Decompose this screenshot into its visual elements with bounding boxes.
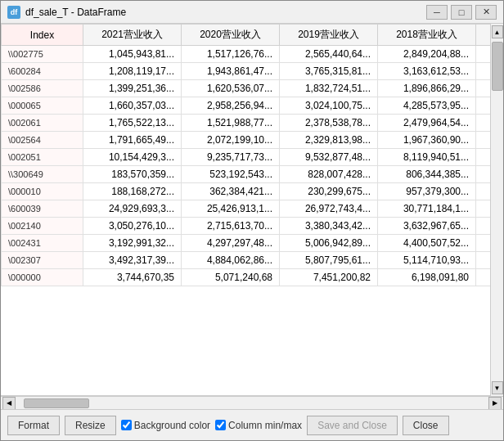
cell-r1-c2017: 2,537,6... [476, 63, 491, 80]
cell-r12-c2021: 3,492,317,39... [83, 252, 182, 269]
cell-r5-index: \002564 [2, 132, 83, 149]
cell-r3-c2018: 4,285,573,95... [378, 97, 476, 115]
minimize-button[interactable]: ─ [426, 5, 448, 20]
background-color-checkbox[interactable] [121, 420, 132, 430]
cell-r13-c2020: 5,071,240,68 [182, 269, 280, 286]
table-row: \\0027751,045,943,81...1,517,126,76...2,… [2, 46, 491, 63]
title-bar: df df_sale_T - DataFrame ─ □ ✕ [1, 1, 503, 24]
cell-r5-c2017: 1,195,1... [476, 132, 491, 149]
cell-r1-c2021: 1,208,119,17... [83, 63, 182, 80]
cell-r10-index: \002140 [2, 218, 83, 235]
cell-r8-c2018: 957,379,300... [378, 183, 476, 200]
table-row: \0020611,765,522,13...1,521,988,77...2,3… [2, 115, 491, 132]
table-row: \0000003,744,670,355,071,240,687,451,200… [2, 269, 491, 286]
cell-r8-c2020: 362,384,421... [182, 183, 280, 200]
scroll-thumb-vertical[interactable] [492, 42, 503, 91]
cell-r10-c2021: 3,050,276,10... [83, 218, 182, 235]
cell-r12-c2017: 6,526,4... [476, 252, 491, 269]
table-row: \\300649183,570,359...523,192,543...828,… [2, 166, 491, 183]
column-header-c2021: 2021营业收入 [83, 25, 182, 46]
bottom-bar: Format Resize Background color Column mi… [1, 409, 503, 440]
column-header-index: Index [2, 25, 83, 46]
cell-r1-c2019: 3,765,315,81... [280, 63, 378, 80]
scroll-thumb-horizontal[interactable] [24, 398, 89, 408]
cell-r6-c2021: 10,154,429,3... [83, 149, 182, 166]
cell-r6-c2020: 9,235,717,73... [182, 149, 280, 166]
cell-r3-c2017: 8,761,9... [476, 97, 491, 115]
cell-r11-c2020: 4,297,297,48... [182, 235, 280, 252]
cell-r0-c2019: 2,565,440,64... [280, 46, 378, 63]
cell-r6-c2017: 8,066,1... [476, 149, 491, 166]
window-title: df_sale_T - DataFrame [25, 7, 426, 18]
column-header-c2017: 2017营业... [476, 25, 491, 46]
column-min-max-checkbox-group[interactable]: Column min/max [215, 420, 302, 431]
cell-r7-c2017: 748,523... [476, 166, 491, 183]
cell-r12-c2018: 5,114,710,93... [378, 252, 476, 269]
close-button[interactable]: Close [403, 416, 449, 435]
column-min-max-label: Column min/max [228, 420, 302, 431]
cell-r3-c2021: 1,660,357,03... [83, 97, 182, 115]
cell-r13-c2017: 6,113,0... [476, 269, 491, 286]
format-button[interactable]: Format [7, 416, 60, 435]
scroll-right-arrow[interactable]: ▶ [488, 397, 502, 410]
cell-r8-c2021: 188,168,272... [83, 183, 182, 200]
window-controls: ─ □ ✕ [426, 5, 497, 20]
table-row: \0025861,399,251,36...1,620,536,07...1,8… [2, 80, 491, 97]
cell-r8-index: \000010 [2, 183, 83, 200]
cell-r10-c2020: 2,715,613,70... [182, 218, 280, 235]
table-row: \00205110,154,429,3...9,235,717,73...9,5… [2, 149, 491, 166]
cell-r7-index: \\300649 [2, 166, 83, 183]
column-header-c2018: 2018营业收入 [378, 25, 476, 46]
cell-r0-c2021: 1,045,943,81... [83, 46, 182, 63]
cell-r1-c2020: 1,943,861,47... [182, 63, 280, 80]
main-window: df df_sale_T - DataFrame ─ □ ✕ Index2021… [0, 0, 504, 441]
window-close-button[interactable]: ✕ [475, 5, 497, 20]
table-row: \0021403,050,276,10...2,715,613,70...3,3… [2, 218, 491, 235]
table-container[interactable]: Index2021营业收入2020营业收入2019营业收入2018营业收入201… [1, 24, 490, 396]
cell-r4-c2019: 2,378,538,78... [280, 115, 378, 132]
cell-r3-index: \000065 [2, 97, 83, 115]
cell-r5-c2021: 1,791,665,49... [83, 132, 182, 149]
cell-r3-c2020: 2,958,256,94... [182, 97, 280, 115]
save-and-close-button[interactable]: Save and Close [307, 416, 398, 435]
horizontal-scrollbar[interactable]: ◀ ▶ [1, 396, 503, 409]
cell-r0-c2018: 2,849,204,88... [378, 46, 476, 63]
cell-r7-c2020: 523,192,543... [182, 166, 280, 183]
cell-r12-c2020: 4,884,062,86... [182, 252, 280, 269]
cell-r11-c2021: 3,192,991,32... [83, 235, 182, 252]
cell-r13-c2018: 6,198,091,80 [378, 269, 476, 286]
column-min-max-checkbox[interactable] [215, 420, 226, 430]
cell-r11-c2017: 3,906,0... [476, 235, 491, 252]
cell-r2-c2020: 1,620,536,07... [182, 80, 280, 97]
cell-r4-c2020: 1,521,988,77... [182, 115, 280, 132]
background-color-checkbox-group[interactable]: Background color [121, 420, 210, 431]
cell-r5-c2020: 2,072,199,10... [182, 132, 280, 149]
background-color-label: Background color [134, 420, 210, 431]
cell-r4-c2018: 2,479,964,54... [378, 115, 476, 132]
scroll-track-horizontal[interactable] [16, 398, 488, 408]
cell-r8-c2019: 230,299,675... [280, 183, 378, 200]
cell-r13-index: \000000 [2, 269, 83, 286]
cell-r13-c2019: 7,451,200,82 [280, 269, 378, 286]
column-header-c2020: 2020营业收入 [182, 25, 280, 46]
resize-button[interactable]: Resize [65, 416, 116, 435]
cell-r0-c2017: 2,898,6... [476, 46, 491, 63]
table-row: \60003924,929,693,3...25,426,913,1...26,… [2, 200, 491, 218]
cell-r2-c2021: 1,399,251,36... [83, 80, 182, 97]
cell-r9-c2019: 26,972,743,4... [280, 200, 378, 218]
cell-r0-index: \\002775 [2, 46, 83, 63]
cell-r4-index: \002061 [2, 115, 83, 132]
cell-r12-index: \002307 [2, 252, 83, 269]
vertical-scrollbar[interactable]: ▲ ▼ [490, 24, 503, 396]
cell-r2-c2018: 1,896,866,29... [378, 80, 476, 97]
maximize-button[interactable]: □ [451, 5, 472, 20]
scroll-left-arrow[interactable]: ◀ [2, 397, 16, 410]
cell-r1-c2018: 3,163,612,53... [378, 63, 476, 80]
cell-r7-c2018: 806,344,385... [378, 166, 476, 183]
cell-r13-c2021: 3,744,670,35 [83, 269, 182, 286]
cell-r7-c2021: 183,570,359... [83, 166, 182, 183]
cell-r12-c2019: 5,807,795,61... [280, 252, 378, 269]
table-row: \000010188,168,272...362,384,421...230,2… [2, 183, 491, 200]
table-row: \0025641,791,665,49...2,072,199,10...2,3… [2, 132, 491, 149]
cell-r9-c2020: 25,426,913,1... [182, 200, 280, 218]
